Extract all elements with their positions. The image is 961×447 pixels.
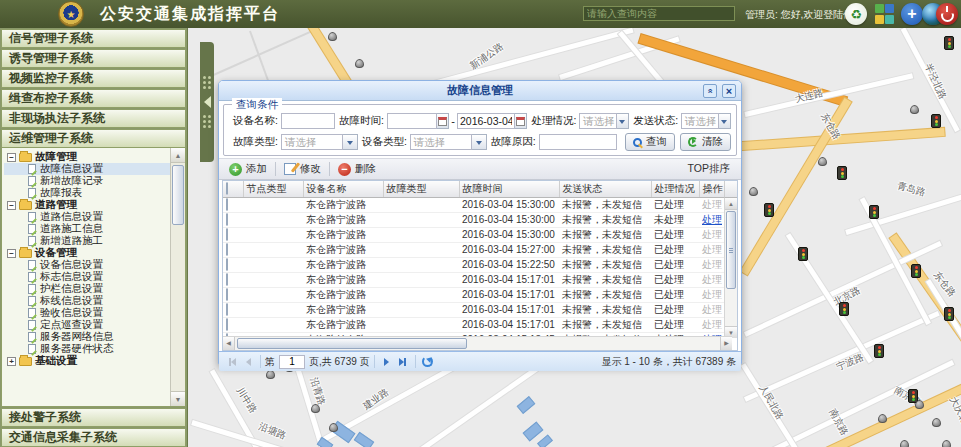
fault-time-from-input[interactable]: [387, 113, 437, 129]
chevron-down-icon[interactable]: [719, 113, 731, 129]
scroll-left-icon[interactable]: ◀: [223, 337, 235, 350]
traffic-light-icon[interactable]: [931, 114, 941, 128]
recycle-icon[interactable]: ♻: [845, 3, 867, 25]
page-number-input[interactable]: [279, 355, 305, 369]
scroll-down-icon[interactable]: ▼: [171, 391, 185, 406]
traffic-light-icon[interactable]: [944, 36, 954, 50]
row-checkbox[interactable]: [226, 213, 228, 226]
camera-icon[interactable]: [878, 414, 887, 423]
add-button[interactable]: + 添加: [224, 162, 272, 176]
traffic-light-icon[interactable]: [764, 203, 774, 217]
grid-apps-icon[interactable]: [873, 3, 895, 25]
fault-reason-input[interactable]: [539, 134, 617, 150]
row-checkbox[interactable]: [226, 273, 228, 286]
traffic-light-icon[interactable]: [798, 247, 808, 261]
delete-button[interactable]: − 删除: [333, 162, 381, 176]
col-device-name[interactable]: 设备名称: [303, 181, 383, 197]
traffic-light-icon[interactable]: [837, 166, 847, 180]
camera-icon[interactable]: [900, 440, 909, 447]
row-checkbox[interactable]: [226, 258, 228, 271]
row-checkbox[interactable]: [226, 303, 228, 316]
row-checkbox[interactable]: [226, 318, 228, 331]
table-row[interactable]: 东仓路宁波路 2016-03-04 15:30:00 未报警，未发短信 未处理 …: [223, 212, 732, 227]
edit-button[interactable]: 修改: [279, 162, 326, 176]
col-fault-time[interactable]: 故障时间: [459, 181, 559, 197]
table-row[interactable]: 东仓路宁波路 2016-03-04 15:17:01 未报警，未发短信 已处理 …: [223, 302, 732, 317]
tree-item-new-road-construction[interactable]: 新增道路施工: [4, 235, 185, 247]
table-row[interactable]: 东仓路宁波路 2016-03-04 15:17:01 未报警，未发短信 已处理 …: [223, 287, 732, 302]
traffic-light-icon[interactable]: [839, 302, 849, 316]
chevron-down-icon[interactable]: [617, 113, 629, 129]
tree-expand-icon[interactable]: +: [7, 357, 16, 366]
camera-icon[interactable]: [910, 105, 919, 114]
traffic-light-icon[interactable]: [911, 264, 921, 278]
col-send-status[interactable]: 发送状态: [559, 181, 651, 197]
sidebar-panel-ops-active[interactable]: 运维管理子系统: [1, 129, 186, 148]
clear-button[interactable]: 清除: [680, 133, 731, 151]
tree-group-basic-settings[interactable]: + 基础设置: [4, 355, 185, 367]
camera-icon[interactable]: [818, 157, 827, 166]
dialog-titlebar[interactable]: 故障信息管理 » ×: [219, 81, 741, 101]
sidebar-panel-guidance[interactable]: 诱导管理子系统: [1, 49, 186, 68]
table-row[interactable]: 东仓路宁波路 2016-03-04 15:30:00 未报警，未发短信 已处理 …: [223, 197, 732, 212]
calendar-icon[interactable]: [515, 113, 527, 129]
chevron-down-icon[interactable]: [343, 134, 358, 150]
sidebar-panel-signal[interactable]: 信号管理子系统: [1, 29, 186, 48]
calendar-icon[interactable]: [437, 113, 449, 129]
plus-icon[interactable]: +: [901, 3, 923, 25]
camera-icon[interactable]: [355, 59, 364, 68]
search-button[interactable]: 查询: [625, 133, 675, 151]
camera-icon[interactable]: [942, 440, 951, 447]
col-handle-status[interactable]: 处理情况: [651, 181, 699, 197]
collapse-dialog-icon[interactable]: »: [703, 84, 717, 98]
table-row[interactable]: 东仓路宁波路 2016-03-04 15:22:50 未报警，未发短信 已处理 …: [223, 257, 732, 272]
handle-status-select[interactable]: 请选择: [579, 113, 616, 129]
scrollbar-thumb[interactable]: [726, 211, 736, 289]
tree-item-server-hardware-status[interactable]: 服务器硬件状态: [4, 343, 185, 355]
table-row[interactable]: 东仓路宁波路 2016-03-04 15:27:00 未报警，未发短信 已处理 …: [223, 242, 732, 257]
scroll-up-icon[interactable]: ▲: [725, 198, 737, 210]
device-type-select[interactable]: 请选择: [410, 134, 472, 150]
chevron-down-icon[interactable]: [472, 134, 487, 150]
sidebar-collapse-handle[interactable]: [200, 42, 214, 162]
scrollbar-thumb[interactable]: [172, 165, 184, 225]
send-status-select[interactable]: 请选择: [681, 113, 718, 129]
row-checkbox[interactable]: [226, 198, 228, 211]
sidebar-panel-video[interactable]: 视频监控子系统: [1, 69, 186, 88]
tree-collapse-icon[interactable]: −: [7, 249, 16, 258]
tree-item-new-fault-record[interactable]: 新增故障记录: [4, 175, 185, 187]
tree-collapse-icon[interactable]: −: [7, 153, 16, 162]
scroll-right-icon[interactable]: ▶: [720, 337, 732, 350]
sidebar-panel-investigation[interactable]: 缉查布控子系统: [1, 89, 186, 108]
col-node-type[interactable]: 节点类型: [243, 181, 303, 197]
camera-icon[interactable]: [749, 187, 758, 196]
fault-time-to-input[interactable]: [457, 113, 515, 129]
camera-icon[interactable]: [932, 418, 941, 427]
row-checkbox[interactable]: [226, 228, 228, 241]
grid-horizontal-scrollbar[interactable]: ◀ ▶: [223, 336, 732, 350]
table-row[interactable]: 东仓路宁波路 2016-03-04 15:17:01 未报警，未发短信 已处理 …: [223, 317, 732, 332]
close-dialog-icon[interactable]: ×: [722, 84, 736, 98]
camera-icon[interactable]: [328, 32, 337, 41]
tree-item-fault-report[interactable]: 故障报表: [4, 187, 185, 199]
last-page-button[interactable]: [395, 354, 411, 370]
camera-icon[interactable]: [329, 423, 338, 432]
fault-type-select[interactable]: 请选择: [281, 134, 343, 150]
handle-action-link[interactable]: 处理: [702, 214, 722, 225]
grid-vertical-scrollbar[interactable]: ▲ ▼: [724, 198, 737, 338]
row-checkbox[interactable]: [226, 288, 228, 301]
sidebar-panel-offsite[interactable]: 非现场执法子系统: [1, 109, 186, 128]
sidebar-panel-dispatch[interactable]: 接处警子系统: [1, 408, 186, 427]
table-row[interactable]: 东仓路宁波路 2016-03-04 15:17:01 未报警，未发短信 已处理 …: [223, 272, 732, 287]
traffic-light-icon[interactable]: [869, 205, 879, 219]
sidebar-panel-traffic-collection[interactable]: 交通信息采集子系统: [1, 428, 186, 447]
first-page-button[interactable]: [224, 354, 240, 370]
traffic-light-icon[interactable]: [874, 344, 884, 358]
power-icon[interactable]: [936, 3, 958, 25]
next-page-button[interactable]: [379, 354, 395, 370]
scrollbar-thumb[interactable]: [237, 338, 467, 349]
traffic-light-icon[interactable]: [944, 307, 954, 321]
row-checkbox[interactable]: [226, 243, 228, 256]
camera-icon[interactable]: [311, 404, 320, 413]
select-all-checkbox[interactable]: [226, 182, 228, 195]
